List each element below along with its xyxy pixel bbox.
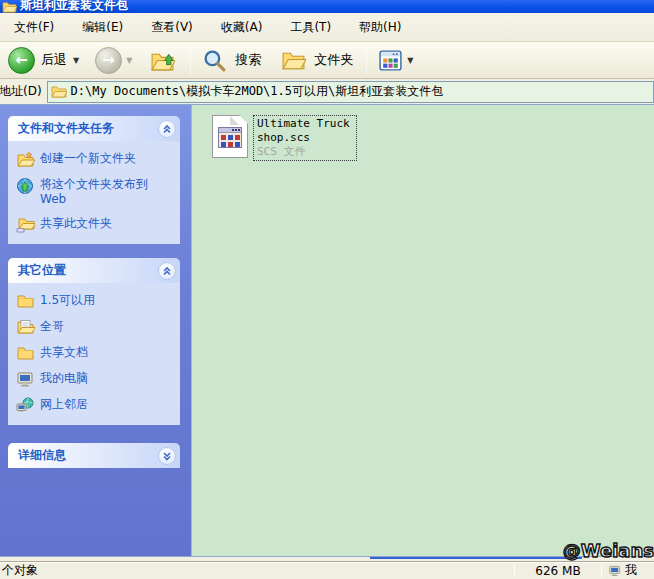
forward-dropdown-icon: ▼ bbox=[126, 56, 132, 65]
place-label: 我的电脑 bbox=[40, 371, 88, 386]
place-quan-ge[interactable]: 全哥 bbox=[16, 319, 174, 336]
place-label: 网上邻居 bbox=[40, 397, 88, 412]
place-shared-documents[interactable]: 共享文档 bbox=[16, 345, 174, 362]
place-label: 共享文档 bbox=[40, 345, 88, 360]
panel-body: 创建一个新文件夹 将这个文件夹发布到 Web bbox=[8, 141, 180, 244]
back-label: 后退 bbox=[41, 51, 67, 69]
documents-folder-icon bbox=[16, 319, 35, 336]
window-bottom-edge bbox=[0, 556, 654, 561]
up-button[interactable] bbox=[145, 44, 180, 77]
status-bar: 个对象 626 MB 我 bbox=[0, 561, 654, 579]
double-chevron-up-icon bbox=[162, 266, 172, 276]
mini-window-glyph bbox=[218, 127, 242, 148]
status-location-label: 我 bbox=[625, 562, 637, 579]
page-fold-shade bbox=[230, 116, 239, 125]
toolbar: ← 后退 ▼ → ▼ 搜索 bbox=[0, 42, 654, 79]
status-location: 我 bbox=[602, 562, 654, 579]
place-15-usable[interactable]: 1.5可以用 bbox=[16, 293, 174, 310]
menu-file[interactable]: 文件(F) bbox=[0, 13, 68, 41]
page-fold bbox=[239, 115, 248, 124]
toolbar-separator bbox=[366, 46, 367, 74]
panel-file-folder-tasks: 文件和文件夹任务 创 bbox=[8, 116, 180, 244]
collapse-button[interactable] bbox=[158, 262, 176, 280]
network-places-icon bbox=[16, 397, 35, 414]
folder-icon bbox=[51, 85, 67, 98]
folder-content-area[interactable]: Ultimate Truck shop.scs SCS 文件 bbox=[192, 105, 654, 556]
watermark-text: @Weians bbox=[563, 540, 654, 561]
status-size: 626 MB bbox=[515, 564, 601, 578]
task-share-folder[interactable]: 共享此文件夹 bbox=[16, 216, 174, 233]
new-folder-icon bbox=[16, 151, 35, 168]
expand-button[interactable] bbox=[158, 447, 176, 465]
main-area: 文件和文件夹任务 创 bbox=[0, 105, 654, 556]
panel-details-header[interactable]: 详细信息 bbox=[8, 443, 180, 468]
file-label[interactable]: Ultimate Truck shop.scs SCS 文件 bbox=[253, 115, 357, 161]
blue-line-artifact bbox=[370, 557, 582, 559]
task-label: 创建一个新文件夹 bbox=[40, 151, 136, 166]
panel-title: 其它位置 bbox=[18, 262, 66, 279]
folders-button[interactable]: 文件夹 bbox=[276, 44, 360, 77]
collapse-button[interactable] bbox=[158, 120, 176, 138]
explorer-window: 斯坦利亚套装文件包 文件(F) 编辑(E) 查看(V) 收藏(A) 工具(T) … bbox=[0, 0, 654, 579]
panel-details: 详细信息 bbox=[8, 443, 180, 468]
back-button[interactable]: ← 后退 ▼ bbox=[5, 44, 84, 77]
my-computer-icon bbox=[16, 371, 35, 388]
menu-edit[interactable]: 编辑(E) bbox=[68, 13, 137, 41]
panel-other-places: 其它位置 1.5可以用 bbox=[8, 258, 180, 425]
menu-help[interactable]: 帮助(H) bbox=[345, 13, 415, 41]
panel-other-places-header[interactable]: 其它位置 bbox=[8, 258, 180, 283]
forward-icon: → bbox=[95, 47, 122, 74]
search-icon bbox=[202, 48, 227, 73]
shared-documents-icon bbox=[16, 345, 35, 362]
address-label: 地址(D) bbox=[0, 83, 47, 100]
place-my-computer[interactable]: 我的电脑 bbox=[16, 371, 174, 388]
window-title: 斯坦利亚套装文件包 bbox=[20, 0, 128, 13]
place-label: 全哥 bbox=[40, 319, 64, 334]
toolbar-separator bbox=[190, 46, 191, 74]
menu-view[interactable]: 查看(V) bbox=[137, 13, 207, 41]
views-dropdown-icon[interactable]: ▼ bbox=[407, 56, 413, 65]
forward-button[interactable]: → ▼ bbox=[92, 44, 137, 77]
panel-title: 详细信息 bbox=[18, 447, 66, 464]
search-label: 搜索 bbox=[235, 51, 261, 69]
task-pane-sidebar: 文件和文件夹任务 创 bbox=[0, 105, 192, 556]
up-folder-icon bbox=[150, 48, 175, 73]
address-path: D:\My Documents\模拟卡车2MOD\1.5可以用\斯坦利亚套装文件… bbox=[71, 83, 444, 100]
task-create-new-folder[interactable]: 创建一个新文件夹 bbox=[16, 151, 174, 168]
address-input[interactable]: D:\My Documents\模拟卡车2MOD\1.5可以用\斯坦利亚套装文件… bbox=[47, 81, 654, 103]
my-computer-icon bbox=[608, 565, 622, 577]
task-publish-to-web[interactable]: 将这个文件夹发布到 Web bbox=[16, 177, 174, 207]
task-label: 共享此文件夹 bbox=[40, 216, 112, 231]
unknown-file-icon bbox=[212, 115, 248, 158]
file-name: Ultimate Truck shop.scs bbox=[257, 117, 353, 145]
menu-favorites[interactable]: 收藏(A) bbox=[207, 13, 277, 41]
folder-icon bbox=[16, 293, 35, 310]
publish-web-icon bbox=[16, 177, 35, 194]
title-bar: 斯坦利亚套装文件包 bbox=[0, 0, 654, 13]
back-icon: ← bbox=[8, 47, 35, 74]
folders-label: 文件夹 bbox=[314, 51, 353, 69]
address-bar: 地址(D) D:\My Documents\模拟卡车2MOD\1.5可以用\斯坦… bbox=[0, 79, 654, 105]
back-dropdown-icon[interactable]: ▼ bbox=[73, 56, 79, 65]
folders-icon bbox=[281, 48, 306, 73]
file-type: SCS 文件 bbox=[257, 145, 353, 159]
search-button[interactable]: 搜索 bbox=[197, 44, 268, 77]
file-item-ultimate-truck-shop[interactable]: Ultimate Truck shop.scs SCS 文件 bbox=[212, 115, 357, 161]
menu-bar: 文件(F) 编辑(E) 查看(V) 收藏(A) 工具(T) 帮助(H) bbox=[0, 13, 654, 42]
panel-file-folder-tasks-header[interactable]: 文件和文件夹任务 bbox=[8, 116, 180, 141]
folder-icon bbox=[2, 0, 17, 13]
menu-tools[interactable]: 工具(T) bbox=[276, 13, 345, 41]
place-network-places[interactable]: 网上邻居 bbox=[16, 397, 174, 414]
panel-body: 1.5可以用 全哥 bbox=[8, 283, 180, 425]
double-chevron-up-icon bbox=[162, 124, 172, 134]
share-folder-icon bbox=[16, 216, 35, 233]
double-chevron-down-icon bbox=[162, 451, 172, 461]
status-objects: 个对象 bbox=[0, 562, 514, 579]
panel-title: 文件和文件夹任务 bbox=[18, 120, 114, 137]
views-button[interactable]: ▼ bbox=[373, 44, 418, 77]
views-icon bbox=[378, 48, 403, 73]
task-label: 将这个文件夹发布到 Web bbox=[40, 177, 166, 207]
place-label: 1.5可以用 bbox=[40, 293, 95, 308]
